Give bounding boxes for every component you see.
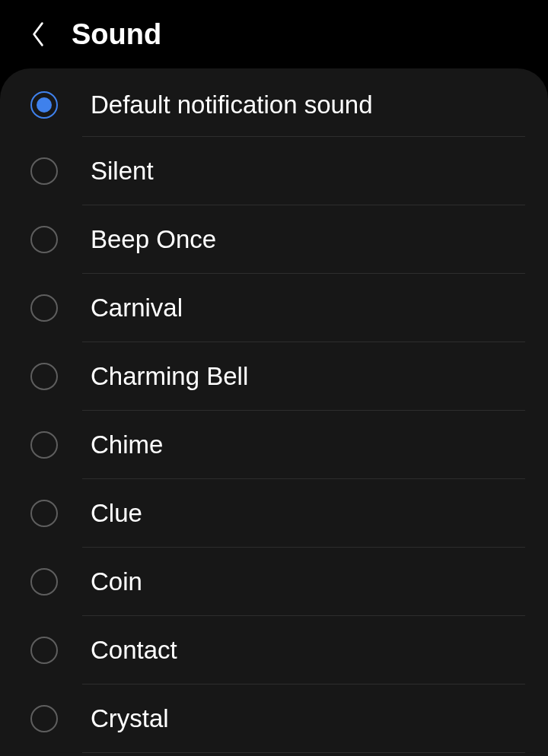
sound-item-contact[interactable]: Contact bbox=[0, 616, 548, 685]
sound-item-silent[interactable]: Silent bbox=[0, 137, 548, 205]
radio-button bbox=[30, 91, 58, 119]
sound-label: Coin bbox=[91, 567, 142, 596]
page-title: Sound bbox=[72, 18, 161, 51]
radio-button bbox=[30, 157, 58, 185]
sound-label: Contact bbox=[91, 636, 177, 665]
sound-label: Chime bbox=[91, 430, 163, 459]
radio-selected-icon bbox=[37, 97, 52, 113]
sound-item-coin[interactable]: Coin bbox=[0, 548, 548, 616]
content-panel: Default notification sound Silent Beep O… bbox=[0, 68, 548, 756]
radio-button bbox=[30, 568, 58, 596]
radio-button bbox=[30, 500, 58, 527]
sound-item-clue[interactable]: Clue bbox=[0, 479, 548, 548]
sound-label: Default notification sound bbox=[91, 91, 373, 119]
radio-button bbox=[30, 363, 58, 390]
radio-button bbox=[30, 637, 58, 664]
radio-button bbox=[30, 705, 58, 732]
sound-item-carnival[interactable]: Carnival bbox=[0, 274, 548, 342]
sound-label: Clue bbox=[91, 499, 142, 528]
radio-button bbox=[30, 226, 58, 253]
sound-label: Charming Bell bbox=[91, 362, 248, 391]
divider bbox=[82, 752, 525, 753]
back-button[interactable] bbox=[23, 19, 53, 49]
sound-label: Crystal bbox=[91, 704, 169, 733]
back-icon bbox=[30, 21, 46, 48]
sound-item-chime[interactable]: Chime bbox=[0, 411, 548, 479]
sound-label: Carnival bbox=[91, 294, 183, 322]
radio-button bbox=[30, 294, 58, 322]
sound-item-beep-once[interactable]: Beep Once bbox=[0, 205, 548, 274]
sound-item-charming-bell[interactable]: Charming Bell bbox=[0, 342, 548, 411]
sound-label: Silent bbox=[91, 157, 154, 186]
header: Sound bbox=[0, 0, 548, 68]
sound-item-default-notification[interactable]: Default notification sound bbox=[0, 68, 548, 137]
sound-list: Default notification sound Silent Beep O… bbox=[0, 68, 548, 753]
sound-item-crystal[interactable]: Crystal bbox=[0, 685, 548, 753]
sound-label: Beep Once bbox=[91, 225, 216, 254]
radio-button bbox=[30, 431, 58, 459]
